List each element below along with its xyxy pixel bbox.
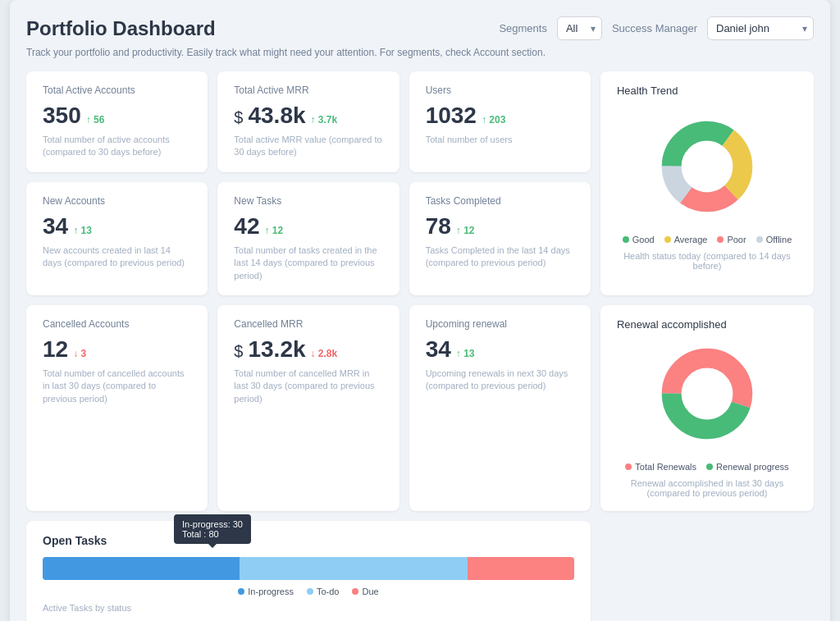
card-new-accounts: New Accounts 34 ↑ 13 New accounts create…	[26, 182, 208, 295]
segments-label: Segments	[499, 22, 547, 34]
total-renewals-dot	[625, 463, 632, 470]
card-label: Users	[426, 84, 574, 96]
card-desc: Total number of users	[426, 134, 574, 146]
card-value: 78 ↑ 12	[426, 213, 574, 240]
open-tasks-title: Open Tasks	[43, 534, 574, 547]
trend-up: ↑ 203	[482, 114, 505, 126]
segments-select[interactable]: All	[557, 16, 602, 40]
card-label: Tasks Completed	[426, 195, 574, 207]
offline-label: Offline	[766, 235, 792, 244]
trend-up: ↑ 56	[86, 114, 105, 126]
subtitle: Track your portfolio and productivity. E…	[26, 47, 814, 58]
trend-up: ↑ 13	[456, 348, 475, 359]
card-value: 34 ↑ 13	[426, 336, 574, 363]
card-value: 12 ↓ 3	[43, 336, 191, 363]
tooltip-line1: In-progress: 30	[182, 519, 243, 529]
bar-track	[43, 557, 574, 580]
value-number: 34	[43, 213, 68, 240]
manager-label: Success Manager	[612, 22, 697, 34]
card-total-active-accounts: Total Active Accounts 350 ↑ 56 Total num…	[26, 71, 208, 172]
health-donut	[654, 113, 760, 220]
card-desc: Total number of tasks created in the las…	[234, 244, 382, 282]
value-number: 78	[426, 213, 451, 240]
renewal-legend: Total Renewals Renewal progress	[625, 462, 788, 472]
legend-inprogress: In-progress	[238, 587, 294, 596]
trend-up: ↑ 13	[73, 225, 92, 236]
card-tasks-completed: Tasks Completed 78 ↑ 12 Tasks Completed …	[409, 182, 591, 295]
card-desc: Total active MRR value (compared to 30 d…	[234, 134, 382, 159]
renewal-progress-dot	[706, 463, 713, 470]
card-renewal-accomplished: Renewal accomplished Total Renewals	[600, 305, 814, 511]
card-label: Upcoming renewal	[426, 318, 574, 330]
value-number: 1032	[426, 103, 477, 129]
card-health-trend: Health Trend	[600, 71, 814, 295]
card-desc: Tasks Completed in the last 14 days (com…	[426, 244, 574, 270]
value-number: 34	[426, 336, 451, 363]
todo-dot	[307, 588, 313, 595]
tasks-footer: Active Tasks by status	[43, 603, 574, 613]
legend-good: Good	[623, 235, 655, 244]
renewal-svg	[654, 340, 760, 447]
card-label: Total Active Accounts	[43, 84, 191, 96]
legend-total-renewals: Total Renewals	[625, 462, 696, 472]
card-desc: Total number of cancelled MRR in last 30…	[234, 368, 382, 405]
header-controls: Segments All Success Manager Daniel john	[499, 16, 814, 40]
main-container: Portfolio Dashboard Segments All Success…	[10, 0, 830, 621]
tooltip-line2: Total : 80	[182, 529, 243, 539]
legend-due: Due	[352, 587, 378, 596]
trend-up: ↑ 12	[264, 225, 283, 236]
trend-up: ↑ 3.7k	[311, 114, 338, 126]
donut-svg	[654, 113, 760, 220]
renewal-label: Renewal accomplished	[617, 318, 727, 331]
value-number: 42	[234, 213, 259, 240]
bar-due	[468, 557, 574, 580]
card-desc: Total number of cancelled accounts in la…	[43, 368, 191, 405]
card-users: Users 1032 ↑ 203 Total number of users	[409, 71, 591, 172]
trend-down: ↓ 3	[73, 348, 86, 359]
currency-symbol: $	[234, 108, 243, 127]
legend-offline: Offline	[756, 235, 792, 244]
average-dot	[664, 236, 671, 243]
value-number: 12	[43, 336, 68, 363]
page-title: Portfolio Dashboard	[26, 17, 216, 40]
card-value: 34 ↑ 13	[43, 213, 191, 240]
svg-point-9	[682, 369, 733, 419]
open-tasks-card: Open Tasks In-progress: 30 Total : 80 In…	[26, 521, 591, 621]
renewal-progress-label: Renewal progress	[716, 462, 789, 472]
card-new-tasks: New Tasks 42 ↑ 12 Total number of tasks …	[217, 182, 399, 295]
renewal-donut	[654, 340, 760, 447]
good-dot	[623, 236, 629, 243]
legend-average: Average	[664, 235, 708, 244]
bar-legend: In-progress To-do Due	[43, 587, 574, 596]
header: Portfolio Dashboard Segments All Success…	[26, 16, 814, 40]
poor-dot	[717, 236, 724, 243]
health-legend: Good Average Poor Offline	[623, 235, 792, 244]
trend-down: ↓ 2.8k	[311, 348, 338, 359]
card-upcoming-renewal: Upcoming renewal 34 ↑ 13 Upcoming renewa…	[409, 305, 591, 511]
todo-label: To-do	[317, 587, 340, 596]
bar-area: In-progress: 30 Total : 80	[43, 557, 574, 580]
total-renewals-label: Total Renewals	[635, 462, 696, 472]
legend-renewal-progress: Renewal progress	[706, 462, 789, 472]
card-value: 350 ↑ 56	[43, 103, 191, 129]
card-value: 1032 ↑ 203	[426, 103, 574, 129]
bar-todo	[240, 557, 468, 580]
bar-inprogress	[43, 557, 240, 580]
manager-select[interactable]: Daniel john	[707, 16, 814, 40]
trend-up: ↑ 12	[456, 225, 475, 236]
renewal-footer: Renewal accomplished in last 30 days (co…	[617, 478, 797, 498]
card-desc: Total number of active accounts (compare…	[43, 134, 191, 159]
segments-select-wrapper[interactable]: All	[557, 16, 602, 40]
card-label: New Accounts	[43, 195, 191, 207]
value-number: 350	[43, 103, 81, 129]
health-footer: Health status today (compared to 14 days…	[617, 251, 797, 271]
legend-poor: Poor	[717, 235, 746, 244]
card-label: New Tasks	[234, 195, 382, 207]
bottom-grid: Open Tasks In-progress: 30 Total : 80 In…	[26, 521, 814, 621]
due-label: Due	[362, 587, 378, 596]
currency-symbol: $	[234, 342, 243, 361]
manager-select-wrapper[interactable]: Daniel john	[707, 16, 814, 40]
metrics-grid: Total Active Accounts 350 ↑ 56 Total num…	[26, 71, 814, 295]
poor-label: Poor	[727, 235, 746, 244]
card-cancelled-mrr: Cancelled MRR $ 13.2k ↓ 2.8k Total numbe…	[217, 305, 399, 511]
